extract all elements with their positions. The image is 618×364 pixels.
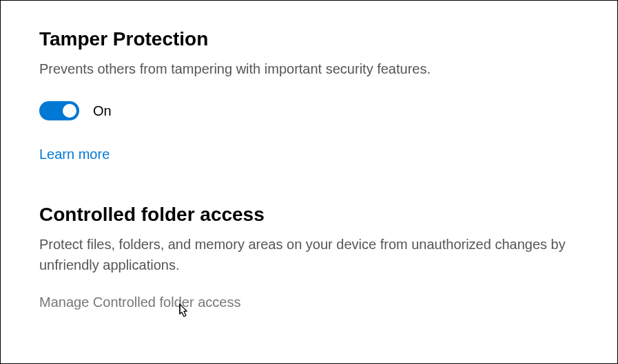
- toggle-state-label: On: [93, 103, 112, 119]
- tamper-protection-section: Tamper Protection Prevents others from t…: [39, 28, 579, 162]
- controlled-folder-access-description: Protect files, folders, and memory areas…: [39, 234, 579, 275]
- toggle-knob: [63, 104, 76, 118]
- tamper-protection-title: Tamper Protection: [39, 28, 579, 50]
- tamper-protection-description: Prevents others from tampering with impo…: [39, 58, 579, 79]
- learn-more-link[interactable]: Learn more: [39, 147, 110, 162]
- controlled-folder-access-title: Controlled folder access: [39, 204, 579, 226]
- controlled-folder-access-section: Controlled folder access Protect files, …: [39, 204, 579, 310]
- manage-controlled-folder-access-link[interactable]: Manage Controlled folder access: [39, 295, 579, 310]
- tamper-protection-toggle[interactable]: [39, 101, 79, 120]
- tamper-protection-toggle-row: On: [39, 101, 579, 120]
- manage-link-text: Manage Controlled folder access: [39, 295, 240, 310]
